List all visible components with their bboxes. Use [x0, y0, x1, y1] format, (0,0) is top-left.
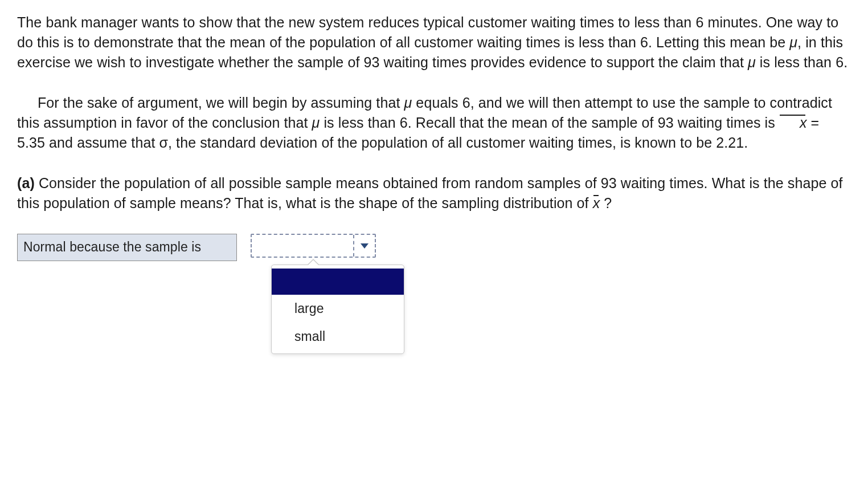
dropdown-value [252, 235, 353, 257]
dropdown-wrap: large small [251, 234, 376, 258]
text: For the sake of argument, we will begin … [38, 95, 404, 111]
mu-symbol: μ [789, 34, 797, 50]
text: is less than 6. [756, 54, 847, 70]
dropdown-option-blank[interactable] [272, 269, 404, 295]
dropdown-pointer-icon [307, 259, 320, 265]
question-label: (a) [17, 175, 35, 191]
dropdown-option-small[interactable]: small [272, 323, 404, 351]
chevron-down-icon [361, 243, 369, 249]
dropdown-option-large[interactable]: large [272, 295, 404, 323]
dropdown-arrow-cell [353, 235, 375, 257]
mu-symbol: μ [748, 54, 756, 70]
text: is less than 6. Recall that the mean of … [320, 115, 779, 131]
x-bar-symbol: x [593, 193, 600, 213]
dropdown-trigger[interactable] [251, 234, 376, 258]
x-bar-symbol: x [779, 113, 807, 133]
text: , the standard deviation of the populati… [168, 135, 748, 151]
answer-area: Normal because the sample is large small [17, 234, 851, 261]
answer-stem: Normal because the sample is [17, 234, 237, 261]
problem-paragraph-1: The bank manager wants to show that the … [17, 13, 851, 72]
sigma-symbol: σ [159, 135, 169, 151]
question-page: The bank manager wants to show that the … [0, 0, 868, 488]
mu-symbol: μ [312, 115, 320, 131]
question-a: (a) Consider the population of all possi… [17, 173, 851, 213]
problem-paragraph-2: For the sake of argument, we will begin … [17, 93, 851, 153]
text: The bank manager wants to show that the … [17, 14, 838, 50]
mu-symbol: μ [404, 95, 412, 111]
text: ? [600, 195, 612, 211]
dropdown-menu: large small [271, 265, 404, 354]
text: Consider the population of all possible … [17, 175, 843, 211]
